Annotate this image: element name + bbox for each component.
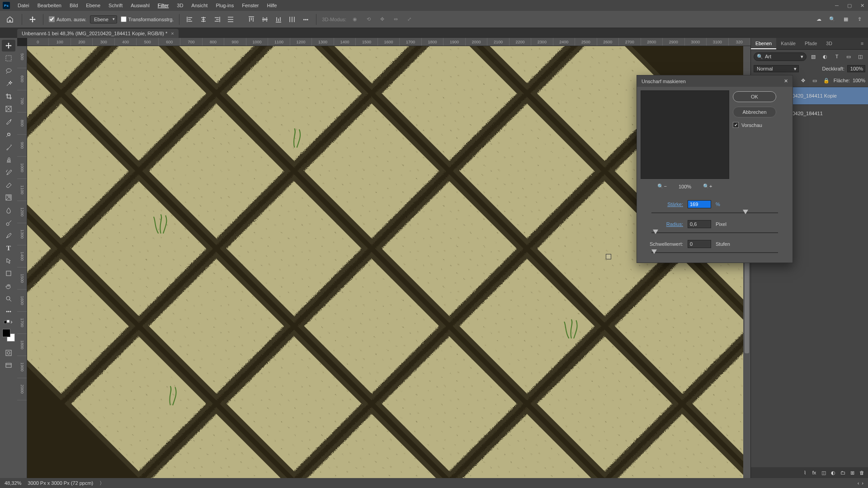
menu-ebene[interactable]: Ebene (82, 3, 104, 8)
share-icon[interactable]: ⇪ (854, 14, 864, 24)
shape-tool[interactable] (2, 267, 15, 279)
filter-type-icon[interactable]: T (832, 52, 842, 61)
auto-select-target[interactable]: Ebene (90, 15, 117, 23)
status-prev-icon[interactable]: ‹ (858, 480, 859, 486)
screenmode-button[interactable] (2, 360, 15, 371)
link-layers-icon[interactable]: ⌇ (800, 469, 809, 477)
new-layer-icon[interactable]: ⊞ (848, 469, 857, 477)
document-canvas[interactable] (27, 46, 743, 478)
menu-schrift[interactable]: Schrift (104, 3, 127, 8)
close-tab-icon[interactable]: × (171, 31, 174, 36)
status-zoom[interactable]: 48,32% (5, 480, 21, 486)
add-mask-icon[interactable]: ◫ (819, 469, 828, 477)
close-window-button[interactable]: ✕ (859, 2, 865, 9)
auto-select-checkbox[interactable]: Autom. ausw. (49, 16, 86, 22)
frame-tool[interactable] (2, 103, 15, 115)
more-align-icon[interactable]: ••• (301, 14, 311, 24)
filter-smart-icon[interactable]: ◫ (855, 52, 865, 61)
quickmask-button[interactable] (2, 347, 15, 359)
search-app-icon[interactable]: 🔍 (827, 14, 837, 24)
eraser-tool[interactable] (2, 179, 15, 191)
menu-filter[interactable]: Filter (154, 3, 173, 8)
ruler-vertical[interactable]: 5006007008009001000110012001300140015001… (17, 46, 27, 478)
status-chevron-icon[interactable]: 〉 (99, 480, 104, 487)
amount-label[interactable]: Stärke: (644, 202, 683, 207)
tools-more[interactable]: ••• (2, 305, 15, 317)
lock-position-icon[interactable]: ✥ (799, 75, 808, 85)
radius-slider[interactable] (651, 229, 778, 236)
move-tool[interactable] (2, 40, 15, 52)
lock-all-icon[interactable]: 🔒 (822, 75, 831, 85)
crop-tool[interactable] (2, 90, 15, 102)
filter-shape-icon[interactable]: ▭ (844, 52, 854, 61)
tab-ebenen[interactable]: Ebenen (751, 38, 776, 49)
menu-fenster[interactable]: Fenster (238, 3, 263, 8)
status-next-icon[interactable]: › (862, 480, 863, 486)
layerfx-icon[interactable]: fx (810, 469, 819, 477)
ruler-horizontal[interactable]: 0100200300400500600700800900100011001200… (27, 38, 750, 46)
amount-input[interactable]: 169 (688, 200, 711, 208)
menu-3d[interactable]: 3D (173, 3, 187, 8)
workspace-icon[interactable]: ▦ (841, 14, 851, 24)
align-right-icon[interactable] (212, 14, 222, 24)
type-tool[interactable]: T (2, 242, 15, 254)
menu-datei[interactable]: Datei (14, 3, 33, 8)
tab-3d[interactable]: 3D (821, 38, 836, 49)
panel-menu-icon[interactable]: ≡ (856, 38, 868, 49)
distribute-v-icon[interactable] (287, 14, 297, 24)
threshold-label[interactable]: Schwellenwert: (644, 241, 683, 247)
delete-layer-icon[interactable]: 🗑 (857, 469, 866, 477)
zoom-out-icon[interactable]: 🔍− (657, 183, 666, 189)
filter-adjust-icon[interactable]: ◐ (820, 52, 830, 61)
menu-bearbeiten[interactable]: Bearbeiten (33, 3, 66, 8)
tab-kanaele[interactable]: Kanäle (776, 38, 800, 49)
transform-controls-checkbox[interactable]: Transformationsstrg. (121, 16, 174, 22)
radius-label[interactable]: Radius: (644, 221, 683, 227)
new-adjust-icon[interactable]: ◐ (829, 469, 838, 477)
menu-hilfe[interactable]: Hilfe (263, 3, 281, 8)
zoom-tool[interactable] (2, 293, 15, 305)
move-tool-icon[interactable] (28, 14, 38, 24)
radius-input[interactable]: 0,6 (688, 220, 711, 228)
pen-tool[interactable] (2, 230, 15, 241)
menu-plugins[interactable]: Plug-ins (212, 3, 238, 8)
path-select-tool[interactable] (2, 255, 15, 267)
opacity-input[interactable]: 100% (847, 65, 865, 72)
amount-slider[interactable] (651, 209, 778, 216)
brush-tool[interactable] (2, 141, 15, 153)
maximize-button[interactable]: ▢ (846, 2, 853, 9)
blur-tool[interactable] (2, 204, 15, 216)
filter-preview[interactable] (641, 90, 729, 179)
lock-artboard-icon[interactable]: ▭ (810, 75, 819, 85)
blend-mode-select[interactable]: Normal (754, 65, 799, 72)
preview-checkbox[interactable]: ✔ Vorschau (733, 122, 788, 128)
home-button[interactable] (4, 13, 16, 26)
dodge-tool[interactable] (2, 217, 15, 229)
menu-auswahl[interactable]: Auswahl (127, 3, 154, 8)
align-vcenter-icon[interactable] (260, 14, 270, 24)
align-left-icon[interactable] (185, 14, 195, 24)
ok-button[interactable]: OK (733, 91, 776, 102)
history-brush-tool[interactable] (2, 166, 15, 178)
document-tab[interactable]: Unbenannt-1 bei 48,3% (IMG_20210420_1844… (17, 29, 179, 38)
zoom-in-icon[interactable]: 🔍+ (703, 183, 712, 189)
threshold-input[interactable]: 0 (688, 240, 711, 248)
stamp-tool[interactable] (2, 154, 15, 165)
hand-tool[interactable] (2, 280, 15, 292)
cloud-docs-icon[interactable]: ☁ (814, 14, 824, 24)
tab-pfade[interactable]: Pfade (800, 38, 821, 49)
new-group-icon[interactable]: 🗀 (838, 469, 847, 477)
align-top-icon[interactable] (246, 14, 256, 24)
marquee-tool[interactable] (2, 52, 15, 64)
minimize-button[interactable]: ─ (834, 2, 840, 9)
status-doc-info[interactable]: 3000 Px x 3000 Px (72 ppcm) (28, 480, 93, 486)
align-bottom-icon[interactable] (274, 14, 283, 24)
healing-tool[interactable] (2, 128, 15, 140)
fill-input[interactable]: 100% (853, 78, 865, 83)
menu-ansicht[interactable]: Ansicht (187, 3, 212, 8)
eyedropper-tool[interactable] (2, 116, 15, 127)
color-swatches[interactable] (2, 329, 15, 342)
dialog-close-icon[interactable]: ✕ (784, 78, 788, 84)
cancel-button[interactable]: Abbrechen (733, 107, 776, 117)
wand-tool[interactable] (2, 78, 15, 89)
